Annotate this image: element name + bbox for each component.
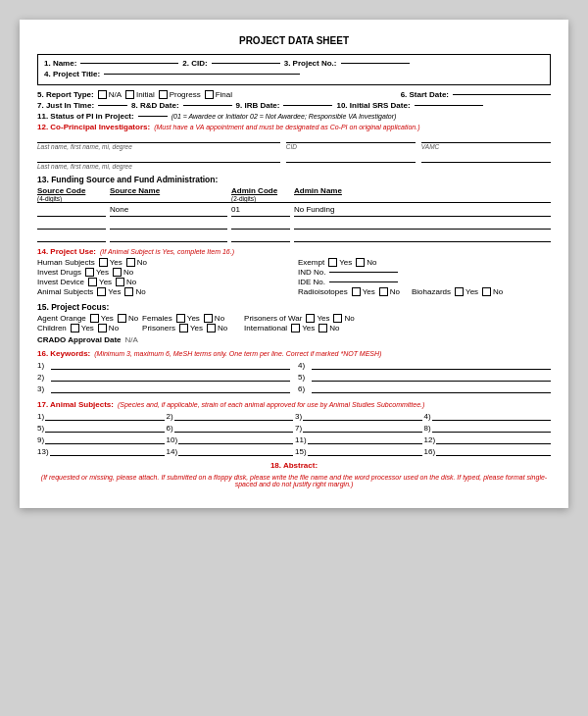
inv-cid-field-2[interactable] xyxy=(286,153,416,163)
animal-field-15[interactable] xyxy=(308,446,422,456)
field-just-in-time[interactable] xyxy=(98,105,127,106)
cb-exempt-no[interactable]: No xyxy=(356,258,376,267)
field-initial-srs[interactable] xyxy=(415,105,483,106)
animal-field-6[interactable] xyxy=(174,423,293,433)
label-cid: 2. CID: xyxy=(182,59,207,68)
field-ind-no[interactable] xyxy=(329,272,398,273)
cb-device-no[interactable]: No xyxy=(116,278,136,286)
cb-females-yes[interactable]: Yes xyxy=(176,314,200,323)
funding-source-code-2[interactable] xyxy=(37,218,106,230)
cb-children-yes[interactable]: Yes xyxy=(71,324,94,332)
cb-ao-no[interactable]: No xyxy=(118,314,138,323)
cb-intl-no[interactable]: No xyxy=(318,324,339,332)
field-name[interactable] xyxy=(80,63,178,64)
cb-animal-yes[interactable]: Yes xyxy=(97,287,121,296)
animal-field-3[interactable] xyxy=(303,411,421,421)
funding-row-3 xyxy=(37,230,551,242)
animal-field-4[interactable] xyxy=(432,411,551,421)
animal-field-10[interactable] xyxy=(178,435,293,444)
checkbox-initial-box[interactable] xyxy=(125,90,134,99)
cb-radio-no[interactable]: No xyxy=(379,287,400,296)
checkbox-progress-box[interactable] xyxy=(159,90,168,99)
cb-device-yes[interactable]: Yes xyxy=(88,278,112,286)
cb-bio-no[interactable]: No xyxy=(482,287,503,296)
kw-field-6[interactable] xyxy=(312,384,551,393)
funding-admin-name-3[interactable] xyxy=(294,230,551,242)
cb-prisoners-no[interactable]: No xyxy=(207,324,227,332)
field-cid[interactable] xyxy=(212,63,280,64)
kw-field-4[interactable] xyxy=(312,360,551,370)
animal-field-11[interactable] xyxy=(308,435,422,444)
checkbox-initial[interactable]: Initial xyxy=(125,90,155,99)
field-ide-no[interactable] xyxy=(329,281,398,282)
kw-field-5[interactable] xyxy=(312,372,551,382)
funding-source-code-3[interactable] xyxy=(37,230,106,242)
cb-prisoners-yes[interactable]: Yes xyxy=(179,324,203,332)
inv-cid-field-1[interactable] xyxy=(286,133,416,143)
cb-drugs-no[interactable]: No xyxy=(113,268,133,277)
kw-row-2: 2) xyxy=(37,372,290,382)
animal-field-12[interactable] xyxy=(436,435,551,444)
animal-field-13[interactable] xyxy=(50,446,165,456)
funding-admin-name-1[interactable]: No Funding xyxy=(294,205,551,217)
checkbox-na-box[interactable] xyxy=(98,90,107,99)
cb-animal-no[interactable]: No xyxy=(124,287,145,296)
checkbox-na[interactable]: N/A xyxy=(98,90,122,99)
funding-source-name-1[interactable]: None xyxy=(110,205,227,217)
section-12: 12. Co-Principal Investigators: (Must ha… xyxy=(37,123,551,170)
cb-drugs-yes[interactable]: Yes xyxy=(85,268,109,277)
field-status-pi[interactable] xyxy=(138,116,168,117)
animal-cell-5: 5) xyxy=(37,423,165,433)
inv-name-field-1[interactable] xyxy=(37,133,280,143)
field-irb-date[interactable] xyxy=(283,105,332,106)
animal-field-5[interactable] xyxy=(45,423,164,433)
cb-pow-no[interactable]: No xyxy=(333,314,354,323)
cb-intl-yes[interactable]: Yes xyxy=(291,324,315,332)
inv-vamc-field-2[interactable] xyxy=(421,153,551,163)
kw-field-2[interactable] xyxy=(51,372,290,382)
animal-field-2[interactable] xyxy=(174,411,293,421)
label-children: Children xyxy=(37,324,67,332)
funding-source-name-2[interactable] xyxy=(110,218,227,230)
cb-human-yes[interactable]: Yes xyxy=(99,258,122,267)
animal-num-13: 13) xyxy=(37,447,49,456)
field-project-title[interactable] xyxy=(104,74,300,75)
checkbox-final[interactable]: Final xyxy=(205,90,232,99)
label-prisoners: Prisoners xyxy=(142,324,175,332)
field-project-no[interactable] xyxy=(341,63,410,64)
cb-children-no[interactable]: No xyxy=(98,324,119,332)
inv-cid-1: CID xyxy=(286,133,416,150)
label-funding: 13. Funding Source and Fund Administrati… xyxy=(37,175,551,184)
cb-pow-yes[interactable]: Yes xyxy=(306,314,329,323)
note-co-pi: (Must have a VA appointment and must be … xyxy=(154,124,419,130)
kw-field-3[interactable] xyxy=(51,384,290,393)
funding-admin-code-1[interactable]: 01 xyxy=(231,205,290,217)
inv-name-field-2[interactable] xyxy=(37,153,280,163)
field-start-date[interactable] xyxy=(453,94,551,95)
cb-bio-yes[interactable]: Yes xyxy=(455,287,478,296)
cb-exempt-yes[interactable]: Yes xyxy=(328,258,352,267)
funding-source-name-3[interactable] xyxy=(110,230,227,242)
animal-field-7[interactable] xyxy=(303,423,421,433)
cb-ao-yes[interactable]: Yes xyxy=(90,314,114,323)
funding-source-code-1[interactable] xyxy=(37,205,106,217)
cb-human-no[interactable]: No xyxy=(126,258,147,267)
funding-admin-name-2[interactable] xyxy=(294,218,551,230)
funding-admin-code-3[interactable] xyxy=(231,230,290,242)
animal-field-8[interactable] xyxy=(432,423,551,433)
cb-radio-yes[interactable]: Yes xyxy=(352,287,375,296)
animal-field-14[interactable] xyxy=(178,446,293,456)
checkbox-final-box[interactable] xyxy=(205,90,214,99)
field-rd-date[interactable] xyxy=(183,105,232,106)
kw-field-1[interactable] xyxy=(51,360,290,370)
animal-cell-9: 9) xyxy=(37,435,165,444)
inv-vamc-field-1[interactable] xyxy=(421,133,551,143)
inv-name-2: Last name, first name, mi, degree xyxy=(37,153,280,170)
checkbox-progress[interactable]: Progress xyxy=(159,90,201,99)
cb-females-no[interactable]: No xyxy=(204,314,224,323)
animal-field-1[interactable] xyxy=(45,411,164,421)
funding-admin-code-2[interactable] xyxy=(231,218,290,230)
animal-field-9[interactable] xyxy=(45,435,164,444)
animal-num-10: 10) xyxy=(167,435,178,444)
animal-field-16[interactable] xyxy=(436,446,551,456)
